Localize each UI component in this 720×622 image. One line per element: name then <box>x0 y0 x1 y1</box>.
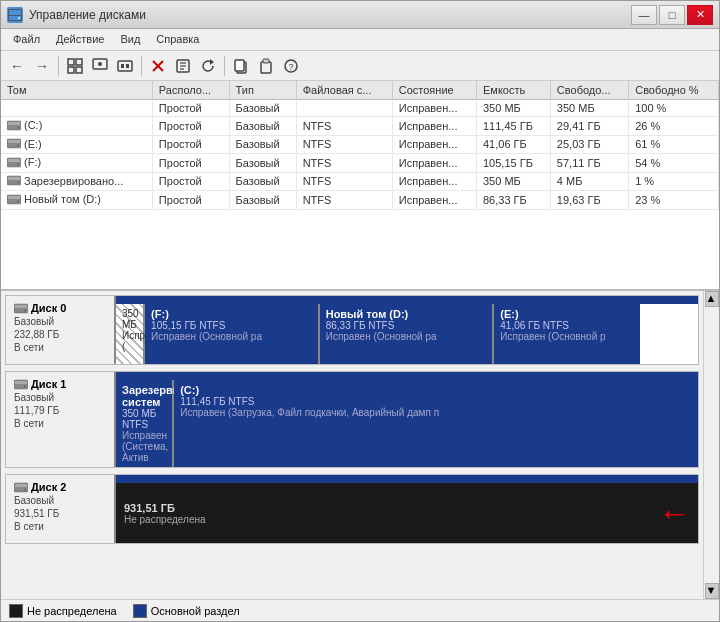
disk-table-section: Том Располо... Тип Файловая с... Состоян… <box>1 81 719 291</box>
col-location[interactable]: Располо... <box>152 81 229 100</box>
cell-volume-name <box>1 100 152 117</box>
col-free-pct[interactable]: Свободно % <box>629 81 719 100</box>
svg-rect-11 <box>121 64 124 68</box>
legend-primary: Основной раздел <box>133 604 240 618</box>
svg-rect-45 <box>15 381 27 384</box>
disk-status-2: В сети <box>14 521 106 532</box>
main-content: Том Располо... Тип Файловая с... Состоян… <box>1 81 719 621</box>
svg-rect-6 <box>68 67 74 73</box>
disk-info-0: Диск 0 Базовый 232,88 ГБ В сети <box>6 296 116 364</box>
table-row[interactable]: Зарезервировано...ПростойБазовыйNTFSИспр… <box>1 172 719 191</box>
disk-top-bar-1 <box>116 372 698 380</box>
partition-0-1[interactable]: (F:) 105,15 ГБ NTFS Исправен (Основной р… <box>145 304 320 364</box>
scrollbar[interactable]: ▲ ▼ <box>703 291 719 599</box>
part-info-2-0: 931,51 ГБ Не распределена <box>124 502 648 525</box>
cell-5: 19,63 ГБ <box>550 191 628 210</box>
toolbar-btn-grid[interactable] <box>63 54 87 78</box>
partition-2-0[interactable]: 931,51 ГБ Не распределена ← <box>116 483 698 543</box>
disk-parts-row-0: 350 МБ Исправен ( (F:) 105,15 ГБ NTFS Ис… <box>116 304 698 364</box>
cell-2: NTFS <box>296 117 392 136</box>
partition-0-3[interactable]: (E:) 41,06 ГБ NTFS Исправен (Основной р <box>494 304 640 364</box>
svg-point-31 <box>17 145 19 147</box>
toolbar-btn-properties[interactable] <box>171 54 195 78</box>
table-row[interactable]: (F:)ПростойБазовыйNTFSИсправен...105,15 … <box>1 154 719 173</box>
disk-row-1: Диск 1 Базовый 111,79 ГБ В сети Зарезерв… <box>5 371 699 468</box>
col-fs[interactable]: Файловая с... <box>296 81 392 100</box>
partition-1-1[interactable]: (C:) 111,45 ГБ NTFS Исправен (Загрузка, … <box>174 380 698 467</box>
svg-rect-5 <box>76 59 82 65</box>
col-capacity[interactable]: Емкость <box>476 81 550 100</box>
main-window: Управление дисками — □ ✕ Файл Действие В… <box>0 0 720 622</box>
window-title: Управление дисками <box>29 8 146 22</box>
table-row[interactable]: Новый том (D:)ПростойБазовыйNTFSИсправен… <box>1 191 719 210</box>
svg-rect-27 <box>8 122 20 125</box>
table-row[interactable]: (E:)ПростойБазовыйNTFSИсправен...41,06 Г… <box>1 135 719 154</box>
svg-rect-1 <box>9 10 21 15</box>
cell-3: Исправен... <box>392 135 476 154</box>
maximize-button[interactable]: □ <box>659 5 685 25</box>
svg-marker-19 <box>210 59 214 65</box>
scroll-up[interactable]: ▲ <box>705 291 719 307</box>
toolbar-btn-squares[interactable] <box>113 54 137 78</box>
svg-rect-30 <box>8 140 20 143</box>
disk-size-1: 111,79 ГБ <box>14 405 106 416</box>
cell-2: NTFS <box>296 172 392 191</box>
cell-6: 100 % <box>629 100 719 117</box>
cell-volume-name: Зарезервировано... <box>1 172 152 191</box>
svg-rect-42 <box>15 305 27 308</box>
svg-rect-7 <box>76 67 82 73</box>
cell-2: NTFS <box>296 135 392 154</box>
toolbar-btn-delete[interactable] <box>146 54 170 78</box>
toolbar-btn-help[interactable]: ? <box>279 54 303 78</box>
col-free[interactable]: Свободо... <box>550 81 628 100</box>
unallocated-arrow-2: ← <box>658 497 690 529</box>
part-size-0-2: 86,33 ГБ NTFS <box>326 320 487 331</box>
cell-5: 350 МБ <box>550 100 628 117</box>
svg-point-9 <box>98 62 102 66</box>
partition-0-0[interactable]: 350 МБ Исправен ( <box>116 304 145 364</box>
minimize-button[interactable]: — <box>631 5 657 25</box>
part-size-1-0: 350 МБ NTFS <box>122 408 166 430</box>
col-volume[interactable]: Том <box>1 81 152 100</box>
part-size-0-1: 105,15 ГБ NTFS <box>151 320 312 331</box>
forward-button[interactable]: → <box>30 54 54 78</box>
menu-help[interactable]: Справка <box>148 31 207 48</box>
toolbar-btn-info[interactable] <box>88 54 112 78</box>
col-status[interactable]: Состояние <box>392 81 476 100</box>
part-size-1-1: 111,45 ГБ NTFS <box>180 396 692 407</box>
svg-rect-39 <box>8 196 20 199</box>
partition-0-2[interactable]: Новый том (D:) 86,33 ГБ NTFS Исправен (О… <box>320 304 495 364</box>
back-button[interactable]: ← <box>5 54 29 78</box>
toolbar-btn-paste[interactable] <box>254 54 278 78</box>
cell-1: Базовый <box>229 154 296 173</box>
close-button[interactable]: ✕ <box>687 5 713 25</box>
menu-action[interactable]: Действие <box>48 31 112 48</box>
scroll-down[interactable]: ▼ <box>705 583 719 599</box>
cell-0: Простой <box>152 135 229 154</box>
table-row[interactable]: ПростойБазовыйИсправен...350 МБ350 МБ100… <box>1 100 719 117</box>
disk-info-2: Диск 2 Базовый 931,51 ГБ В сети <box>6 475 116 543</box>
svg-rect-48 <box>15 484 27 487</box>
toolbar-btn-copy[interactable] <box>229 54 253 78</box>
menu-file[interactable]: Файл <box>5 31 48 48</box>
partition-1-0[interactable]: Зарезервировано систем 350 МБ NTFS Испра… <box>116 380 174 467</box>
table-header-row: Том Располо... Тип Файловая с... Состоян… <box>1 81 719 100</box>
svg-rect-21 <box>235 60 244 71</box>
menu-view[interactable]: Вид <box>112 31 148 48</box>
toolbar-btn-refresh[interactable] <box>196 54 220 78</box>
table-row[interactable]: (C:)ПростойБазовыйNTFSИсправен...111,45 … <box>1 117 719 136</box>
svg-rect-33 <box>8 159 20 162</box>
disk-type-0: Базовый <box>14 316 106 327</box>
disk-status-1: В сети <box>14 418 106 429</box>
disk-type-1: Базовый <box>14 392 106 403</box>
legend: Не распределена Основной раздел <box>1 599 719 621</box>
cell-0: Простой <box>152 172 229 191</box>
cell-volume-name: (C:) <box>1 117 152 136</box>
cell-3: Исправен... <box>392 100 476 117</box>
col-type[interactable]: Тип <box>229 81 296 100</box>
cell-1: Базовый <box>229 191 296 210</box>
cell-volume-name: (F:) <box>1 154 152 173</box>
part-label-0-1: (F:) <box>151 308 312 320</box>
cell-1: Базовый <box>229 172 296 191</box>
disk-size-2: 931,51 ГБ <box>14 508 106 519</box>
